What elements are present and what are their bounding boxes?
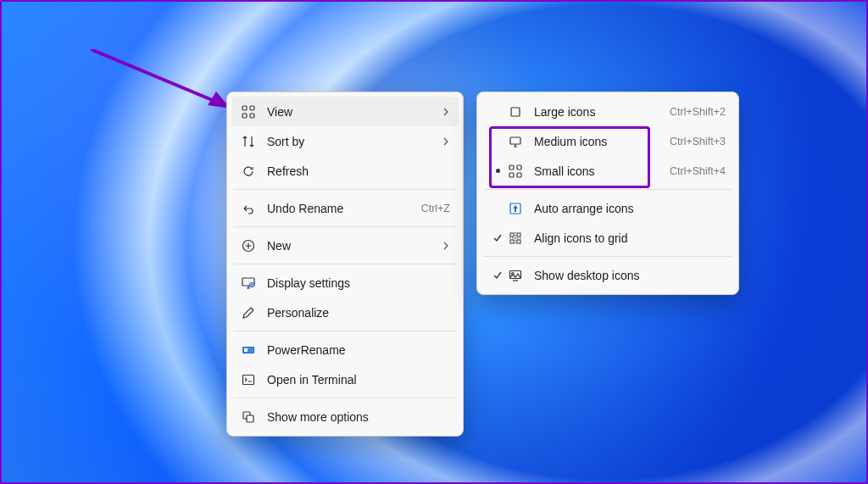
refresh-icon bbox=[240, 163, 257, 180]
svg-rect-14 bbox=[247, 415, 253, 422]
medium-icons-icon bbox=[507, 133, 524, 150]
menu-separator bbox=[234, 264, 456, 264]
auto-arrange-icon bbox=[507, 200, 524, 217]
personalize-icon bbox=[240, 304, 257, 321]
menu-item-undo[interactable]: Undo Rename Ctrl+Z bbox=[231, 193, 459, 223]
menu-shortcut: Ctrl+Z bbox=[421, 203, 450, 214]
menu-item-open-terminal[interactable]: Open in Terminal bbox=[231, 364, 459, 394]
chevron-right-icon bbox=[442, 137, 450, 146]
menu-label: Show desktop icons bbox=[534, 269, 726, 282]
chevron-right-icon bbox=[442, 242, 450, 250]
desktop-context-menu: View Sort by Refresh bbox=[226, 92, 464, 437]
menu-label: Open in Terminal bbox=[267, 373, 450, 387]
display-settings-icon bbox=[240, 275, 257, 292]
menu-item-show-desktop-icons[interactable]: Show desktop icons bbox=[481, 260, 734, 290]
powerrename-icon bbox=[240, 342, 257, 359]
svg-rect-3 bbox=[250, 106, 254, 110]
menu-item-powerrename[interactable]: PowerRename bbox=[231, 335, 459, 364]
menu-shortcut: Ctrl+Shift+4 bbox=[670, 165, 726, 177]
menu-item-refresh[interactable]: Refresh bbox=[231, 156, 459, 186]
grid-icon bbox=[240, 103, 257, 120]
menu-shortcut: Ctrl+Shift+3 bbox=[670, 136, 726, 147]
menu-item-view[interactable]: View bbox=[231, 97, 459, 126]
svg-rect-25 bbox=[517, 240, 520, 243]
menu-item-personalize[interactable]: Personalize bbox=[231, 298, 459, 327]
plus-circle-icon bbox=[240, 237, 257, 254]
menu-label: Small icons bbox=[534, 164, 661, 178]
svg-line-0 bbox=[91, 49, 216, 102]
menu-label: Auto arrange icons bbox=[534, 202, 726, 215]
menu-label: Refresh bbox=[267, 164, 450, 178]
menu-separator bbox=[484, 256, 732, 257]
svg-rect-18 bbox=[517, 165, 521, 170]
chevron-right-icon bbox=[442, 108, 450, 116]
terminal-icon bbox=[240, 371, 257, 388]
svg-rect-2 bbox=[242, 106, 247, 110]
annotation-arrow bbox=[91, 49, 231, 117]
menu-separator bbox=[484, 189, 732, 190]
svg-rect-22 bbox=[510, 233, 514, 236]
menu-item-new[interactable]: New bbox=[231, 231, 459, 260]
menu-separator bbox=[234, 189, 456, 190]
menu-item-sort-by[interactable]: Sort by bbox=[231, 126, 459, 156]
menu-label: PowerRename bbox=[267, 343, 450, 357]
checkmark-icon bbox=[490, 270, 505, 281]
menu-label: Medium icons bbox=[534, 135, 661, 148]
menu-label: Large icons bbox=[534, 105, 661, 119]
menu-item-medium-icons[interactable]: Medium icons Ctrl+Shift+3 bbox=[481, 126, 734, 156]
menu-item-align-grid[interactable]: Align icons to grid bbox=[481, 223, 734, 253]
svg-rect-5 bbox=[250, 114, 254, 118]
desktop-icon bbox=[507, 267, 524, 284]
svg-rect-4 bbox=[242, 114, 247, 118]
undo-icon bbox=[240, 200, 257, 217]
svg-rect-16 bbox=[510, 137, 520, 144]
svg-rect-24 bbox=[510, 240, 514, 243]
menu-item-display-settings[interactable]: Display settings bbox=[231, 268, 459, 298]
menu-label: Undo Rename bbox=[267, 202, 413, 215]
menu-shortcut: Ctrl+Shift+2 bbox=[670, 106, 726, 118]
large-icons-icon bbox=[507, 103, 524, 120]
menu-label: Show more options bbox=[267, 410, 450, 424]
view-submenu: Large icons Ctrl+Shift+2 Medium icons Ct… bbox=[476, 92, 739, 295]
menu-label: Sort by bbox=[267, 135, 433, 148]
svg-rect-19 bbox=[509, 173, 514, 177]
svg-rect-23 bbox=[517, 233, 520, 236]
menu-separator bbox=[234, 398, 456, 398]
sort-icon bbox=[240, 133, 257, 150]
radio-selected-icon bbox=[490, 169, 505, 173]
desktop-background: View Sort by Refresh bbox=[0, 0, 868, 484]
align-grid-icon bbox=[507, 230, 524, 247]
menu-item-small-icons[interactable]: Small icons Ctrl+Shift+4 bbox=[481, 156, 734, 186]
checkmark-icon bbox=[490, 233, 505, 243]
menu-separator bbox=[234, 331, 456, 331]
menu-label: New bbox=[267, 239, 433, 253]
svg-rect-15 bbox=[511, 108, 520, 116]
svg-rect-20 bbox=[517, 173, 521, 177]
menu-item-show-more[interactable]: Show more options bbox=[231, 402, 459, 431]
menu-label: Align icons to grid bbox=[534, 231, 726, 245]
svg-rect-11 bbox=[244, 348, 248, 352]
menu-separator bbox=[234, 226, 456, 227]
menu-label: View bbox=[267, 105, 433, 119]
menu-item-large-icons[interactable]: Large icons Ctrl+Shift+2 bbox=[481, 97, 734, 126]
menu-label: Personalize bbox=[267, 306, 450, 320]
small-icons-icon bbox=[507, 163, 524, 180]
svg-rect-12 bbox=[243, 375, 254, 384]
svg-rect-17 bbox=[509, 165, 514, 170]
menu-item-auto-arrange[interactable]: Auto arrange icons bbox=[481, 193, 734, 223]
menu-label: Display settings bbox=[267, 276, 450, 290]
more-options-icon bbox=[240, 409, 257, 426]
